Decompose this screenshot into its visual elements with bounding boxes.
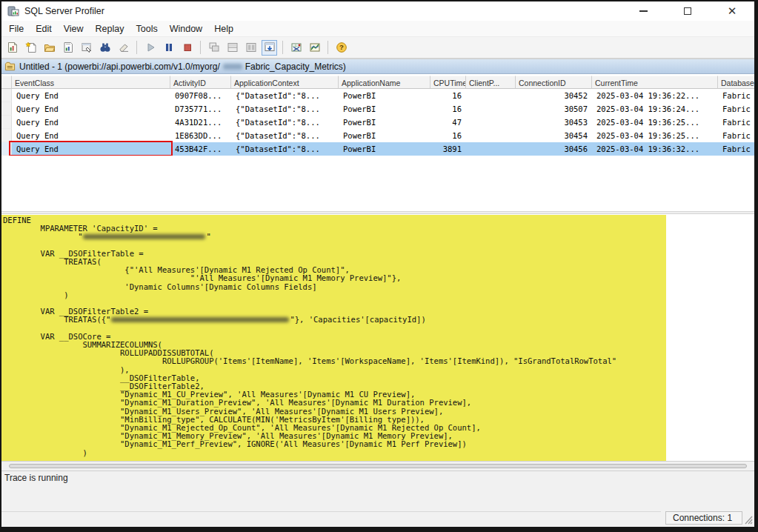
- trace-caption-bar[interactable]: Untitled - 1 (powerbi://api.powerbi.com/…: [1, 59, 754, 74]
- column-header-rowselector: [1, 76, 12, 89]
- auto-scroll-button[interactable]: [262, 40, 277, 56]
- table-row[interactable]: Query End0907F08...{"DatasetId":"8...Pow…: [1, 89, 754, 102]
- code-block: DEFINE MPARAMETER 'CapacityID' = "" VAR …: [1, 215, 666, 461]
- table-cell: 3891: [430, 142, 466, 156]
- new-template-button[interactable]: [23, 40, 39, 56]
- pause-trace-button[interactable]: [161, 40, 176, 56]
- svg-text:?: ?: [339, 43, 344, 51]
- text-data-pane[interactable]: DEFINE MPARAMETER 'CapacityID' = "" VAR …: [1, 214, 754, 461]
- grid-empty-area: [1, 156, 754, 211]
- column-header-currenttime[interactable]: CurrentTime: [592, 76, 718, 89]
- menu-item-tools[interactable]: Tools: [130, 21, 164, 36]
- code-line: "'All Measures'[Dynamic M1 Memory Previe…: [3, 274, 666, 282]
- extended-events-button[interactable]: [288, 40, 304, 56]
- grid-rows: Query End0907F08...{"DatasetId":"8...Pow…: [1, 89, 754, 156]
- clear-trace-button[interactable]: [116, 40, 131, 56]
- horizontal-scrollbar[interactable]: [1, 461, 754, 471]
- code-line: ROLLUPGROUP('Items'[ItemName], 'Items'[W…: [3, 357, 666, 365]
- scrollbar-thumb[interactable]: [9, 464, 747, 468]
- table-cell: Fabric: [718, 89, 754, 102]
- maximize-icon: [684, 7, 691, 15]
- trace-window: Untitled - 1 (powerbi://api.powerbi.com/…: [1, 59, 754, 527]
- column-header-connectionid[interactable]: ConnectionID: [516, 76, 592, 89]
- trace-status-text: Trace is running: [4, 473, 68, 483]
- find-button[interactable]: [97, 40, 113, 56]
- code-line: MPARAMETER 'CapacityID' =: [3, 225, 666, 233]
- code-line: ): [3, 449, 666, 457]
- table-cell: [1, 116, 12, 129]
- resize-grip[interactable]: [744, 514, 753, 525]
- table-cell: Query End: [12, 142, 170, 156]
- menu-item-window[interactable]: Window: [164, 21, 208, 36]
- menu-item-file[interactable]: File: [3, 21, 30, 36]
- menu-bar: FileEditViewReplayToolsWindowHelp: [1, 21, 754, 37]
- close-icon: ✕: [728, 6, 737, 17]
- grid-events-icon: [290, 41, 302, 53]
- toolbar-separator: [136, 41, 137, 54]
- properties-button[interactable]: [79, 40, 94, 56]
- code-line: "Dynamic_M1_Duration_Preview", 'All Meas…: [3, 399, 666, 407]
- table-cell: 0907F08...: [170, 89, 231, 102]
- column-header-clientp[interactable]: ClientP...: [466, 76, 516, 89]
- menu-item-help[interactable]: Help: [208, 21, 239, 36]
- event-grid: EventClassActivityIDApplicationContextAp…: [1, 76, 754, 156]
- table-cell: PowerBI: [339, 129, 430, 142]
- table-cell: 4A31D21...: [170, 116, 231, 129]
- table-cell: Fabric: [718, 129, 754, 142]
- table-cell: {"DatasetId":"8...: [231, 102, 339, 116]
- toolbar: ?: [1, 37, 754, 59]
- table-cell: [466, 129, 516, 142]
- title-bar: SQL Server Profiler ✕: [1, 1, 754, 21]
- table-cell: 2025-03-04 19:36:25...: [592, 116, 718, 129]
- toolbar-separator: [200, 41, 201, 54]
- table-row[interactable]: Query End453B42F...{"DatasetId":"8...Pow…: [1, 142, 754, 156]
- save-trace-button[interactable]: [60, 40, 76, 56]
- table-cell: Query End: [12, 102, 170, 116]
- column-header-applicationcontext[interactable]: ApplicationContext: [231, 76, 339, 89]
- table-cell: {"DatasetId":"8...: [231, 116, 339, 129]
- close-button[interactable]: ✕: [710, 1, 754, 21]
- connections-status: Connections: 1: [665, 511, 742, 525]
- column-header-applicationname[interactable]: ApplicationName: [339, 76, 430, 89]
- grid-header: EventClassActivityIDApplicationContextAp…: [1, 76, 754, 89]
- column-header-cputime[interactable]: CPUTime: [430, 76, 466, 89]
- table-cell: [466, 142, 516, 156]
- pause-icon: [163, 41, 175, 53]
- binoculars-icon: [99, 41, 111, 53]
- stop-trace-button[interactable]: [179, 40, 195, 56]
- table-cell: [466, 102, 516, 116]
- table-cell: D735771...: [170, 102, 231, 116]
- columns-icon: [245, 41, 257, 53]
- tile-windows-icon: [227, 41, 239, 53]
- table-cell: [466, 116, 516, 129]
- table-row[interactable]: Query End4A31D21...{"DatasetId":"8...Pow…: [1, 116, 754, 129]
- help-icon: ?: [336, 41, 348, 53]
- column-header-database[interactable]: Database: [718, 76, 754, 89]
- table-row[interactable]: Query EndD735771...{"DatasetId":"8...Pow…: [1, 102, 754, 116]
- open-trace-button[interactable]: [41, 40, 57, 56]
- start-trace-button[interactable]: [142, 40, 158, 56]
- help-button[interactable]: ?: [333, 40, 349, 56]
- menu-item-edit[interactable]: Edit: [30, 21, 58, 36]
- table-cell: PowerBI: [339, 116, 430, 129]
- new-trace-button[interactable]: [4, 40, 20, 56]
- toolbar-separator: [328, 41, 328, 54]
- table-row[interactable]: Query End1E863DD...{"DatasetId":"8...Pow…: [1, 129, 754, 142]
- menu-item-view[interactable]: View: [58, 21, 90, 36]
- performance-monitor-button[interactable]: [307, 40, 322, 56]
- trace-folder-icon: [4, 61, 16, 72]
- cascade-windows-button[interactable]: [206, 40, 222, 56]
- organize-columns-button[interactable]: [243, 40, 259, 56]
- table-cell: 16: [430, 129, 466, 142]
- column-header-activityid[interactable]: ActivityID: [170, 76, 231, 89]
- minimize-button[interactable]: [621, 1, 665, 21]
- column-header-eventclass[interactable]: EventClass: [12, 76, 170, 89]
- tile-windows-button[interactable]: [225, 40, 240, 56]
- code-line: VAR __DSOFilterTable =: [3, 250, 666, 258]
- maximize-button[interactable]: [665, 1, 710, 21]
- table-cell: Query End: [12, 116, 170, 129]
- menu-item-replay[interactable]: Replay: [90, 21, 130, 36]
- table-cell: [1, 102, 12, 116]
- table-cell: 30507: [516, 102, 592, 116]
- redacted-text: [83, 234, 205, 239]
